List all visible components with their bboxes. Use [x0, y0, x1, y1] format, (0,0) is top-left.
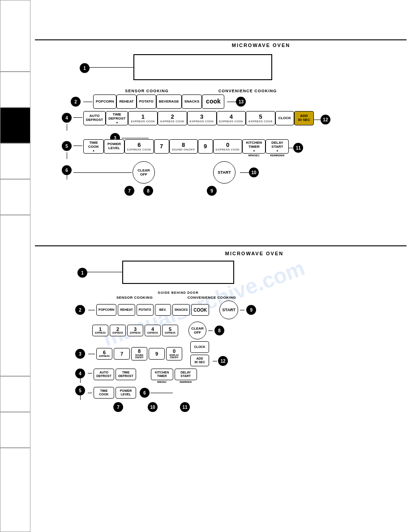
sidebar-tab-1[interactable]: [0, 0, 30, 72]
p2-label-11: 11: [180, 402, 190, 412]
sidebar-tab-4[interactable]: [0, 143, 30, 179]
label-12: 12: [321, 115, 330, 124]
p2-vert-5: [80, 395, 81, 400]
reheat-button[interactable]: REHEAT: [116, 94, 136, 109]
num-6-button[interactable]: 6 EXPRESS COOK: [124, 139, 154, 154]
p2-num3-btn[interactable]: 3 EXPRESS: [127, 325, 143, 336]
p2-convenience-header: CONVENIENCE COOKING: [171, 296, 252, 300]
p2-delay-start-btn[interactable]: DELAYSTART: [175, 369, 197, 380]
add30sec-button[interactable]: ADD30 SEC: [294, 111, 314, 125]
label-6: 6: [62, 165, 72, 175]
potato-button[interactable]: POTATO: [137, 94, 156, 109]
p2-auto-defrost-btn[interactable]: AUTODEFROST: [94, 369, 114, 380]
horiz-6: [73, 172, 132, 173]
p2-arrow-12: [213, 361, 217, 361]
num-4-button[interactable]: 4 EXPRESS COOK: [217, 111, 246, 125]
num-1-button[interactable]: 1 EXPRESS COOK: [128, 111, 158, 125]
horiz-line-5: [73, 146, 82, 146]
p2-time-defrost-btn[interactable]: TIMEDEFROST: [116, 369, 136, 380]
vert-line-4: [67, 124, 67, 131]
line-3: [122, 138, 149, 138]
num-7-button[interactable]: 7: [154, 139, 169, 154]
p2-kitchen-timer-btn[interactable]: KITCHENTIMER: [151, 369, 173, 380]
start-button[interactable]: START: [213, 161, 235, 184]
power-level-button[interactable]: POWERLEVEL: [104, 139, 124, 154]
label-10: 10: [249, 167, 259, 177]
p2-label-3: 3: [75, 349, 85, 359]
p2-horiz-4: [88, 373, 92, 373]
display-screen: [133, 54, 272, 80]
num-2-button[interactable]: 2 EXPRESS COOK: [158, 111, 187, 125]
p2-popcorn-btn[interactable]: POPCORN: [96, 304, 116, 316]
p2-num7-btn[interactable]: 7: [114, 348, 130, 360]
p2-label-10: 10: [148, 402, 158, 412]
p2-num8-btn[interactable]: 8 SOUNDON/OFF: [131, 347, 147, 360]
label-2: 2: [71, 97, 81, 107]
label-8: 8: [143, 186, 153, 196]
p2-num4-btn[interactable]: 4 EXPRESS: [145, 325, 161, 336]
label-7: 7: [124, 186, 134, 196]
sidebar-tab-rest: [0, 448, 30, 532]
num-3-button[interactable]: 3 EXPRESS COOK: [187, 111, 217, 125]
cook-button[interactable]: cook: [202, 94, 224, 109]
p2-clock-button[interactable]: CLOCK: [190, 341, 209, 353]
p2-num5-btn[interactable]: 5 EXPRESS: [162, 325, 178, 336]
time-defrost-button[interactable]: TIMEDEFROST▲: [106, 111, 128, 125]
p2-time-cook-btn[interactable]: TIMECOOK: [94, 387, 114, 399]
sidebar-tab-2[interactable]: [0, 72, 30, 107]
label-4: 4: [62, 113, 72, 123]
p2-snacks-btn[interactable]: SNACKS: [172, 304, 190, 316]
sidebar: [0, 0, 30, 532]
auto-defrost-button[interactable]: AUTODEFROST: [83, 111, 106, 125]
clear-off-button[interactable]: CLEAROFF: [133, 161, 155, 184]
p2-vert-4: [80, 378, 81, 383]
p2-label-12: 12: [218, 356, 228, 366]
arrow-13: [227, 102, 236, 102]
p2-num1-btn[interactable]: 1 EXPRESS: [92, 325, 108, 336]
num-9-button[interactable]: 9: [198, 139, 213, 154]
label-1: 1: [80, 63, 90, 73]
num-8-button[interactable]: 8 SOUND ON/OFF: [169, 139, 198, 154]
sidebar-tab-6[interactable]: [0, 215, 30, 376]
beverage-button[interactable]: BEVERAGE: [156, 94, 182, 109]
p2-num6-btn[interactable]: 6 EXPRESS: [96, 348, 112, 360]
panel1: MICROWAVE OVEN 1 SENSOR COOKING CONVENIE…: [44, 43, 398, 196]
p2-label-5: 5: [75, 386, 85, 395]
p2-num9-btn[interactable]: 9: [149, 348, 165, 360]
p2-arrow-1: [87, 272, 123, 272]
p2-potato-btn[interactable]: POTATO: [137, 304, 154, 316]
snacks-button[interactable]: SNACKS: [182, 94, 202, 109]
clock-button[interactable]: CLOCK: [275, 111, 294, 125]
arrow-line-1: [90, 67, 134, 68]
p2-add30-button[interactable]: ADD30 SEC: [190, 355, 209, 366]
mid-divider: [35, 245, 407, 246]
p2-num0-btn[interactable]: 0 DISPLAYON/OFF: [166, 347, 182, 360]
vert-6: [67, 175, 67, 180]
label-5: 5: [62, 141, 72, 151]
arrow-10: [240, 172, 249, 173]
min-sec-label: MIN/SEC: [248, 154, 260, 157]
p2-horiz-6: [150, 393, 173, 393]
p2-reminder-label: REMINDER: [180, 381, 192, 383]
sidebar-tab-7[interactable]: [0, 376, 30, 412]
kitchen-timer-button[interactable]: KITCHENTIMER▲: [242, 139, 265, 154]
p2-bev-btn[interactable]: BEV.: [155, 304, 171, 316]
num-0-button[interactable]: 0 EXPRESS COOK: [213, 139, 243, 154]
p2-clear-off-button[interactable]: CLEAROFF: [188, 322, 206, 339]
p2-cook-btn[interactable]: COOK: [191, 304, 209, 316]
p2-sensor-header: SENSOR COOKING: [98, 296, 171, 300]
p2-power-level-btn[interactable]: POWERLEVEL: [116, 387, 136, 399]
sidebar-tab-8[interactable]: [0, 412, 30, 448]
time-cook-button[interactable]: TIMECOOK▲: [83, 139, 104, 154]
num-5-button[interactable]: 5 EXPRESS COOK: [246, 111, 275, 125]
p2-start-button[interactable]: START: [219, 300, 238, 319]
sidebar-tab-5[interactable]: [0, 179, 30, 215]
p2-label-8: 8: [214, 326, 224, 335]
label-9: 9: [207, 186, 217, 196]
p2-reheat-btn[interactable]: REHEAT: [118, 304, 135, 316]
convenience-cooking-header: CONVENIENCE COOKING: [196, 89, 299, 93]
delay-start-button[interactable]: DELAYSTART▲: [265, 139, 289, 154]
popcorn-button[interactable]: POPCORN: [93, 94, 116, 109]
sidebar-tab-3[interactable]: [0, 107, 30, 143]
p2-num2-btn[interactable]: 2 EXPRESS: [110, 325, 126, 336]
